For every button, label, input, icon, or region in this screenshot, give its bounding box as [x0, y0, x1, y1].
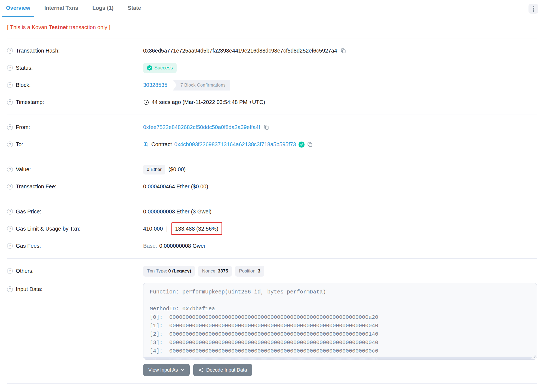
- row-input-data: ? Input Data: Function: performUpkeep(ui…: [7, 283, 537, 376]
- row-label: Status:: [16, 65, 33, 71]
- section-value: ? Value: 0 Ether ($0.00) ? Transaction F…: [7, 157, 537, 199]
- verified-check-icon: [299, 142, 305, 148]
- copy-icon: [307, 142, 313, 147]
- row-others: ? Others: Txn Type:0 (Legacy) Nonce:3375…: [7, 262, 537, 280]
- testnet-warning: [ This is a Kovan Testnet transaction on…: [7, 17, 537, 38]
- tab-internal-txns[interactable]: Internal Txns: [40, 0, 82, 17]
- decode-icon: [198, 367, 204, 373]
- from-address-link[interactable]: 0xfee7522e8482682cf50ddc50a0f8da2a39effa…: [143, 124, 260, 130]
- gas-separator: |: [166, 226, 167, 232]
- view-input-as-button[interactable]: View Input As: [143, 364, 190, 376]
- chevron-down-icon: [181, 368, 185, 372]
- more-options-button[interactable]: [528, 4, 538, 14]
- input-param-row: [3]:000000000000000000000000000000000000…: [150, 338, 537, 347]
- help-icon[interactable]: ?: [7, 65, 13, 71]
- copy-icon: [263, 124, 269, 130]
- kebab-menu-icon: [533, 6, 534, 7]
- help-icon[interactable]: ?: [7, 286, 13, 292]
- help-icon[interactable]: ?: [7, 124, 13, 130]
- row-label: Gas Limit & Usage by Txn:: [16, 226, 81, 232]
- help-icon[interactable]: ?: [7, 209, 13, 215]
- section-gas: ? Gas Price: 0.000000003 Ether (3 Gwei) …: [7, 199, 537, 259]
- copy-to-button[interactable]: [307, 142, 313, 147]
- zoom-in-icon[interactable]: [143, 142, 149, 147]
- row-gas-price: ? Gas Price: 0.000000003 Ether (3 Gwei): [7, 203, 537, 220]
- copy-hash-button[interactable]: [340, 48, 346, 54]
- gas-price-value: 0.000000003 Ether (3 Gwei): [143, 209, 211, 215]
- section-addresses: ? From: 0xfee7522e8482682cf50ddc50a0f8da…: [7, 115, 537, 157]
- tab-state[interactable]: State: [124, 0, 145, 17]
- position-badge: Position:3: [235, 266, 264, 277]
- copy-icon: [340, 48, 346, 54]
- help-icon[interactable]: ?: [7, 48, 13, 54]
- help-icon[interactable]: ?: [7, 167, 13, 172]
- copy-from-button[interactable]: [263, 124, 269, 130]
- row-label: Gas Fees:: [16, 243, 41, 249]
- timestamp-value: 44 secs ago (Mar-11-2022 03:54:48 PM +UT…: [152, 99, 265, 105]
- help-icon[interactable]: ?: [7, 184, 13, 189]
- gas-usage-highlight-box: 133,488 (32.56%): [171, 222, 222, 235]
- nonce-badge: Nonce:3375: [198, 266, 232, 277]
- help-icon[interactable]: ?: [7, 268, 13, 274]
- input-methodid-line: MethodID: 0x7bbaf1ea: [150, 305, 537, 313]
- input-param-row: [4]:000000000000000000000000000000000000…: [150, 347, 537, 355]
- transaction-hash-value: 0x86ed5a771e725aa94d5b7fa2398e4419e216d8…: [143, 48, 337, 54]
- row-status: ? Status: Success: [7, 59, 537, 76]
- block-confirmations-badge: 7 Block Confirmations: [173, 80, 230, 91]
- gas-limit-value: 410,000: [143, 226, 163, 232]
- row-block: ? Block: 30328535 7 Block Confirmations: [7, 76, 537, 94]
- row-label: Value:: [16, 166, 31, 173]
- help-icon[interactable]: ?: [7, 243, 13, 249]
- row-label: Others:: [16, 268, 34, 274]
- gas-fees-base-label: Base:: [143, 243, 157, 249]
- gas-usage-value: 133,488 (32.56%): [175, 226, 219, 232]
- row-to: ? To: Contract 0x4cb093f226983713164a621…: [7, 136, 537, 153]
- help-icon[interactable]: ?: [7, 99, 13, 105]
- value-amount-badge: 0 Ether: [143, 165, 165, 174]
- row-label: Gas Price:: [16, 209, 41, 215]
- section-others-input: ? Others: Txn Type:0 (Legacy) Nonce:3375…: [7, 259, 537, 384]
- transaction-details-card: Overview Internal Txns Logs (1) State [ …: [0, 0, 544, 392]
- row-label: Transaction Hash:: [16, 48, 60, 54]
- tab-overview[interactable]: Overview: [2, 0, 34, 17]
- row-label: Input Data:: [16, 286, 42, 292]
- row-from: ? From: 0xfee7522e8482682cf50ddc50a0f8da…: [7, 119, 537, 136]
- row-gas-limit-usage: ? Gas Limit & Usage by Txn: 410,000 | 13…: [7, 220, 537, 237]
- help-icon[interactable]: ?: [7, 142, 13, 147]
- value-usd: ($0.00): [168, 166, 186, 173]
- row-label: Block:: [16, 82, 30, 88]
- input-function-line: Function: performUpkeep(uint256 id, byte…: [150, 288, 537, 296]
- row-transaction-fee: ? Transaction Fee: 0.000400464 Ether ($0…: [7, 178, 537, 195]
- success-check-icon: [147, 65, 152, 71]
- input-data-box[interactable]: Function: performUpkeep(uint256 id, byte…: [143, 283, 537, 360]
- clock-icon: [143, 99, 149, 105]
- input-param-row: [2]:000000000000000000000000000000000000…: [150, 330, 537, 338]
- row-label: From:: [16, 124, 30, 130]
- gas-fees-base-value: 0.000000008 Gwei: [159, 243, 205, 249]
- row-gas-fees: ? Gas Fees: Base: 0.000000008 Gwei: [7, 237, 537, 255]
- row-timestamp: ? Timestamp: 44 secs ago (Mar-11-2022 03…: [7, 94, 537, 111]
- row-label: Transaction Fee:: [16, 183, 56, 190]
- to-address-link[interactable]: 0x4cb093f226983713164a62138c3f718a5b595f…: [174, 141, 296, 148]
- resize-grip-icon[interactable]: [532, 355, 536, 359]
- txn-type-badge: Txn Type:0 (Legacy): [143, 266, 195, 277]
- tab-bar: Overview Internal Txns Logs (1) State: [0, 0, 544, 17]
- help-icon[interactable]: ?: [7, 82, 13, 88]
- input-param-row: [0]:000000000000000000000000000000000000…: [150, 313, 537, 321]
- row-label: To:: [16, 141, 23, 148]
- horizontal-scrollbar[interactable]: [144, 357, 532, 359]
- section-overview-top: ? Transaction Hash: 0x86ed5a771e725aa94d…: [7, 38, 537, 115]
- row-transaction-hash: ? Transaction Hash: 0x86ed5a771e725aa94d…: [7, 42, 537, 59]
- block-number-link[interactable]: 30328535: [143, 82, 167, 88]
- status-badge: Success: [143, 63, 177, 73]
- input-param-row: [1]:000000000000000000000000000000000000…: [150, 321, 537, 330]
- contract-word: Contract: [151, 141, 172, 148]
- row-label: Timestamp:: [16, 99, 44, 105]
- transaction-fee-value: 0.000400464 Ether ($0.00): [143, 183, 208, 190]
- decode-input-data-button[interactable]: Decode Input Data: [193, 364, 252, 376]
- row-value: ? Value: 0 Ether ($0.00): [7, 161, 537, 178]
- help-icon[interactable]: ?: [7, 226, 13, 232]
- tab-logs[interactable]: Logs (1): [88, 0, 118, 17]
